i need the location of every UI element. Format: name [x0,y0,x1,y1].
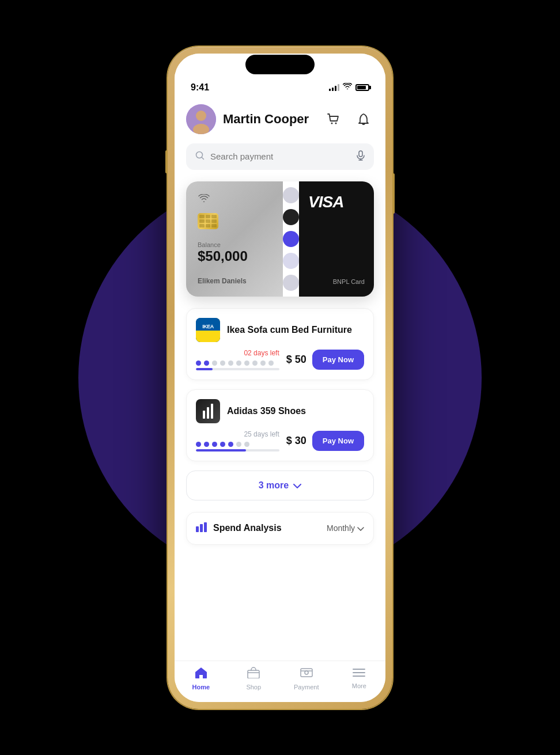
monthly-dropdown[interactable]: Monthly [327,523,364,533]
signal-icon [329,84,339,91]
spend-title-group: Spend Analysis [196,522,282,535]
card-wifi-icon [198,193,271,206]
phone-frame: 9:41 [168,47,392,709]
dot [236,361,241,366]
user-name: Martin Cooper [223,112,323,127]
ikea-item-name: Ikea Sofa cum Bed Furniture [227,325,364,335]
ikea-progress-section: 02 days left [196,349,279,370]
header: Martin Cooper [175,97,385,143]
wifi-icon [343,83,352,92]
screen-content[interactable]: Martin Cooper [175,97,385,661]
card-dot-2 [283,209,299,225]
nav-item-more[interactable]: More [333,667,386,690]
more-icon [353,667,365,680]
ikea-progress-fill [196,368,213,370]
payment-item-adidas: Adidas 359 Shoes 25 days left [186,389,374,461]
adidas-progress-dots [196,442,279,447]
ikea-days-left: 02 days left [196,349,279,357]
nav-item-shop[interactable]: Shop [228,667,281,690]
phone-screen: 9:41 [175,54,385,702]
bell-button[interactable] [353,109,374,130]
dot [252,361,258,366]
adidas-item-name: Adidas 359 Shoes [227,406,364,416]
dot [212,442,217,447]
dot [260,361,266,366]
svg-point-4 [335,122,337,124]
card-balance-amount: $50,000 [198,248,271,264]
ikea-amount-pay: $ 50 Pay Now [286,350,364,370]
more-button[interactable]: 3 more [186,471,374,500]
dot [204,361,209,366]
payment-icon [300,667,313,681]
svg-rect-6 [359,151,362,157]
svg-rect-10 [196,526,199,532]
card-holder: Elikem Daniels [198,277,271,285]
card-section: Balance $50,000 Elikem Daniels [175,181,385,308]
bottom-nav: Home Shop [175,661,385,702]
payment-label: Payment [294,684,319,690]
svg-point-15 [305,671,308,674]
visa-logo: VISA [308,193,365,211]
adidas-amount-pay: $ 30 Pay Now [286,431,364,451]
header-icons [323,109,374,130]
card-dot-3 [283,231,299,247]
status-icons [329,83,369,92]
monthly-chevron-icon [357,523,364,533]
payment-item-ikea-header: IKEA Ikea Sofa cum Bed Furniture [196,318,364,342]
spend-analysis: Spend Analysis Monthly [186,512,374,545]
payment-item-ikea-footer: 02 days left [196,349,364,370]
svg-rect-8 [196,331,220,342]
adidas-progress-bar [196,449,279,452]
bnpl-label: BNPL Card [308,278,365,285]
cart-button[interactable] [323,109,344,130]
dot [228,361,233,366]
more-nav-label: More [352,682,366,689]
dynamic-island [245,55,315,74]
more-btn-section: 3 more [175,468,385,510]
payment-item-ikea: IKEA Ikea Sofa cum Bed Furniture 02 days… [186,308,374,380]
adidas-progress-section: 25 days left [196,430,279,452]
svg-point-3 [331,122,333,124]
nav-item-home[interactable]: Home [175,667,228,690]
search-input[interactable] [210,151,351,161]
svg-point-1 [196,111,206,121]
svg-rect-14 [301,669,312,677]
adidas-pay-now-button[interactable]: Pay Now [312,431,364,451]
dot [220,361,225,366]
dot [236,442,241,447]
ikea-amount: $ 50 [286,354,307,366]
svg-text:IKEA: IKEA [202,324,214,329]
battery-icon [355,84,369,91]
dot [220,442,225,447]
credit-card[interactable]: Balance $50,000 Elikem Daniels [186,181,374,297]
mic-icon[interactable] [357,150,365,163]
adidas-amount: $ 30 [286,435,307,447]
adidas-stripes [203,404,213,419]
spend-analysis-header: Spend Analysis Monthly [196,522,364,535]
dot [212,361,217,366]
ikea-logo: IKEA [196,318,220,342]
bar-chart-icon [196,522,207,535]
card-balance-label: Balance [198,241,271,248]
ikea-logo-visual: IKEA [196,318,220,342]
phone-wrapper: 9:41 [168,47,392,709]
nav-item-payment[interactable]: Payment [280,667,333,690]
dot [244,361,249,366]
svg-rect-12 [204,522,207,532]
dot [244,442,249,447]
svg-rect-11 [200,524,203,532]
search-bar[interactable] [186,143,374,170]
dot [204,442,209,447]
spend-analysis-title: Spend Analysis [213,523,282,533]
home-icon [195,667,207,681]
home-label: Home [192,684,210,690]
avatar-image [186,104,216,134]
ikea-pay-now-button[interactable]: Pay Now [312,350,364,370]
dot [228,442,233,447]
search-section [175,143,385,181]
avatar [186,104,216,134]
search-icon [195,151,205,162]
card-right: VISA BNPL Card [299,181,374,297]
monthly-label: Monthly [327,523,355,533]
dot [196,361,201,366]
